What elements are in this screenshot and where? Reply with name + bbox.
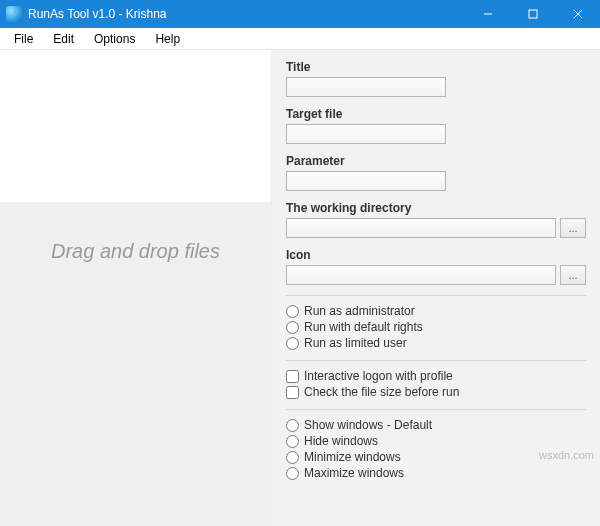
separator-2: [286, 360, 586, 361]
maximize-button[interactable]: [510, 0, 555, 28]
radio-minimize-windows[interactable]: Minimize windows: [286, 450, 586, 464]
radio-run-limited-label: Run as limited user: [304, 336, 407, 350]
radio-show-windows[interactable]: Show windows - Default: [286, 418, 586, 432]
radio-hide-windows-input[interactable]: [286, 435, 299, 448]
titlebar: RunAs Tool v1.0 - Krishna: [0, 0, 600, 28]
minimize-button[interactable]: [465, 0, 510, 28]
client-area: Drag and drop files Title Target file Pa…: [0, 50, 600, 526]
left-pane: Drag and drop files: [0, 50, 272, 526]
close-button[interactable]: [555, 0, 600, 28]
check-filesize-input[interactable]: [286, 386, 299, 399]
browse-workdir-button[interactable]: ...: [560, 218, 586, 238]
radio-run-default-label: Run with default rights: [304, 320, 423, 334]
menubar: File Edit Options Help: [0, 28, 600, 50]
menu-edit[interactable]: Edit: [43, 30, 84, 48]
radio-maximize-windows[interactable]: Maximize windows: [286, 466, 586, 480]
file-list[interactable]: [0, 50, 271, 202]
radio-run-default[interactable]: Run with default rights: [286, 320, 586, 334]
input-icon[interactable]: [286, 265, 556, 285]
separator: [286, 295, 586, 296]
check-interactive-label: Interactive logon with profile: [304, 369, 453, 383]
check-filesize[interactable]: Check the file size before run: [286, 385, 586, 399]
menu-options[interactable]: Options: [84, 30, 145, 48]
input-parameter[interactable]: [286, 171, 446, 191]
radio-maximize-windows-label: Maximize windows: [304, 466, 404, 480]
browse-icon-button[interactable]: ...: [560, 265, 586, 285]
radio-show-windows-label: Show windows - Default: [304, 418, 432, 432]
radio-run-default-input[interactable]: [286, 321, 299, 334]
radio-run-admin[interactable]: Run as administrator: [286, 304, 586, 318]
radio-minimize-windows-input[interactable]: [286, 451, 299, 464]
label-target: Target file: [286, 107, 586, 121]
label-icon: Icon: [286, 248, 586, 262]
input-target[interactable]: [286, 124, 446, 144]
right-pane: Title Target file Parameter The working …: [272, 50, 600, 526]
radio-maximize-windows-input[interactable]: [286, 467, 299, 480]
radio-show-windows-input[interactable]: [286, 419, 299, 432]
check-interactive-input[interactable]: [286, 370, 299, 383]
app-icon: [6, 6, 22, 22]
check-filesize-label: Check the file size before run: [304, 385, 459, 399]
radio-hide-windows-label: Hide windows: [304, 434, 378, 448]
radio-run-admin-input[interactable]: [286, 305, 299, 318]
menu-help[interactable]: Help: [145, 30, 190, 48]
radio-run-limited[interactable]: Run as limited user: [286, 336, 586, 350]
radio-run-limited-input[interactable]: [286, 337, 299, 350]
radio-minimize-windows-label: Minimize windows: [304, 450, 401, 464]
drop-zone-hint: Drag and drop files: [51, 240, 220, 263]
drop-zone[interactable]: Drag and drop files: [0, 202, 271, 526]
check-interactive[interactable]: Interactive logon with profile: [286, 369, 586, 383]
label-workdir: The working directory: [286, 201, 586, 215]
label-title: Title: [286, 60, 586, 74]
label-parameter: Parameter: [286, 154, 586, 168]
svg-rect-1: [529, 10, 537, 18]
radio-run-admin-label: Run as administrator: [304, 304, 415, 318]
window-title: RunAs Tool v1.0 - Krishna: [28, 7, 167, 21]
menu-file[interactable]: File: [4, 30, 43, 48]
input-title[interactable]: [286, 77, 446, 97]
separator-3: [286, 409, 586, 410]
radio-hide-windows[interactable]: Hide windows: [286, 434, 586, 448]
input-workdir[interactable]: [286, 218, 556, 238]
